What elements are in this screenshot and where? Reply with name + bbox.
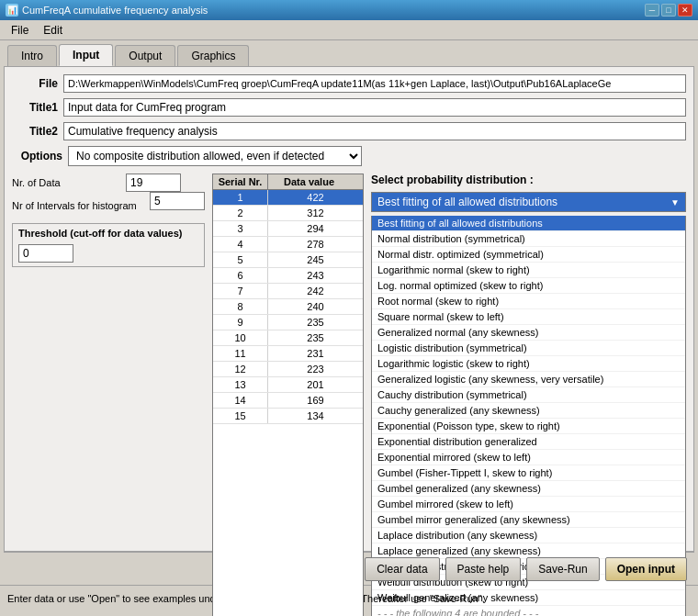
prob-item[interactable]: - - - the following 4 are bounded - - - (372, 606, 685, 616)
open-input-button[interactable]: Open input (605, 557, 687, 581)
menu-file[interactable]: File (4, 22, 36, 39)
nr-of-data-row: Nr. of Data (12, 174, 205, 192)
prob-distribution-label: Select probability distribution : (371, 174, 686, 186)
prob-item[interactable]: Logarithmic logistic (skew to right) (372, 356, 685, 372)
tab-graphics[interactable]: Graphics (177, 45, 249, 66)
file-row: File (12, 74, 686, 93)
table-row[interactable]: 4 278 (213, 237, 363, 252)
cell-value: 294 (268, 221, 363, 236)
cell-value: 134 (268, 409, 363, 423)
table-row[interactable]: 7 242 (213, 284, 363, 299)
prob-item[interactable]: Logistic distribution (symmetrical) (372, 341, 685, 356)
table-row[interactable]: 6 243 (213, 268, 363, 284)
data-rows[interactable]: 1 422 2 312 3 294 4 278 5 245 6 243 7 24… (213, 190, 363, 484)
prob-item[interactable]: Cauchy distribution (symmetrical) (372, 387, 685, 403)
prob-select-header[interactable]: Best fitting of all allowed distribution… (371, 192, 686, 212)
table-row[interactable]: 13 201 (213, 377, 363, 393)
prob-item[interactable]: Normal distribution (symmetrical) (372, 231, 685, 247)
prob-item[interactable]: Gumbel mirrored (skew to left) (372, 497, 685, 512)
cell-serial: 2 (213, 206, 268, 220)
cell-value: 422 (268, 190, 363, 205)
prob-item[interactable]: Generalized normal (any skewness) (372, 325, 685, 341)
file-label: File (12, 77, 58, 90)
cell-serial: 13 (213, 377, 268, 392)
title1-input[interactable] (63, 98, 686, 117)
options-label: Options (12, 150, 62, 162)
cell-value: 169 (268, 393, 363, 408)
nr-of-data-label: Nr. of Data (12, 177, 122, 188)
cell-serial: 11 (213, 346, 268, 361)
prob-item[interactable]: Square normal (skew to left) (372, 309, 685, 325)
table-row[interactable]: 15 134 (213, 409, 363, 424)
table-row[interactable]: 11 231 (213, 346, 363, 362)
table-row[interactable]: 14 169 (213, 393, 363, 409)
window-title: CumFreqA cumulative frequency analysis (22, 5, 208, 16)
cell-serial: 14 (213, 393, 268, 408)
prob-list[interactable]: Best fitting of all allowed distribution… (371, 216, 686, 616)
close-button[interactable]: ✕ (678, 4, 692, 17)
clear-data-button[interactable]: Clear data (365, 557, 439, 581)
paste-help-button[interactable]: Paste help (445, 557, 522, 581)
table-row[interactable]: 1 422 (213, 190, 363, 206)
table-row[interactable]: 12 223 (213, 362, 363, 377)
prob-item[interactable]: Exponential mirrored (skew to left) (372, 450, 685, 465)
cell-serial: 12 (213, 362, 268, 376)
tab-bar: Intro Input Output Graphics (0, 40, 698, 66)
data-table: Serial Nr. Data value 1 422 2 312 3 294 … (212, 174, 364, 616)
table-row[interactable]: 5 245 (213, 252, 363, 268)
menu-bar: File Edit (0, 20, 698, 40)
prob-item[interactable]: Gumbel mirror generalized (any skewness) (372, 512, 685, 528)
cell-value: 245 (268, 252, 363, 267)
menu-edit[interactable]: Edit (36, 22, 70, 39)
tab-input[interactable]: Input (59, 44, 113, 66)
maximize-button[interactable]: □ (661, 4, 676, 17)
title2-row: Title2 (12, 122, 686, 140)
cell-value: 243 (268, 268, 363, 283)
options-row: Options No composite distribution allowe… (12, 146, 686, 166)
prob-item[interactable]: Root normal (skew to right) (372, 294, 685, 309)
table-row[interactable]: 8 240 (213, 299, 363, 315)
title-bar: 📊 CumFreqA cumulative frequency analysis… (0, 0, 698, 20)
cell-serial: 7 (213, 284, 268, 298)
cell-value: 242 (268, 284, 363, 298)
table-row[interactable]: 3 294 (213, 221, 363, 237)
title1-row: Title1 (12, 98, 686, 117)
table-row[interactable]: 2 312 (213, 206, 363, 221)
title2-input[interactable] (63, 122, 686, 140)
prob-dropdown-arrow: ▼ (670, 197, 680, 207)
prob-item[interactable]: Gumbel generalized (any skewness) (372, 481, 685, 497)
cell-serial: 4 (213, 237, 268, 252)
table-header: Serial Nr. Data value (213, 174, 363, 190)
title1-label: Title1 (12, 101, 58, 114)
table-row[interactable]: 10 235 (213, 330, 363, 346)
cell-value: 235 (268, 315, 363, 330)
table-row[interactable]: 9 235 (213, 315, 363, 330)
prob-item[interactable]: Exponential (Poisson type, skew to right… (372, 419, 685, 434)
cell-serial: 1 (213, 190, 268, 205)
tab-intro[interactable]: Intro (7, 45, 57, 66)
minimize-button[interactable]: ─ (645, 4, 659, 17)
threshold-input[interactable] (18, 244, 73, 263)
tab-output[interactable]: Output (115, 45, 175, 66)
threshold-box: Threshold (cut-off for data values) (12, 223, 205, 267)
prob-item[interactable]: Logarithmic normal (skew to right) (372, 263, 685, 278)
threshold-label: Threshold (cut-off for data values) (18, 228, 198, 239)
prob-item[interactable]: Normal distr. optimized (symmetrical) (372, 247, 685, 263)
right-panel: Select probability distribution : Best f… (371, 174, 686, 616)
prob-item[interactable]: Generalized logistic (any skewness, very… (372, 372, 685, 387)
cell-value: 278 (268, 237, 363, 252)
col-data-header: Data value (268, 174, 350, 189)
options-select[interactable]: No composite distribution allowed, even … (68, 146, 362, 166)
prob-item[interactable]: Exponential distribution generalized (372, 434, 685, 450)
prob-item[interactable]: Laplace distribution (any skewness) (372, 528, 685, 543)
save-run-button[interactable]: Save-Run (526, 557, 599, 581)
prob-item[interactable]: Cauchy generalized (any skewness) (372, 403, 685, 419)
prob-item[interactable]: Log. normal optimized (skew to right) (372, 278, 685, 294)
col-serial-header: Serial Nr. (213, 174, 268, 189)
nr-intervals-input[interactable] (150, 192, 205, 210)
prob-item[interactable]: Best fitting of all allowed distribution… (372, 216, 685, 231)
file-input[interactable] (63, 74, 686, 93)
prob-item[interactable]: Gumbel (Fisher-Tippett I, skew to right) (372, 465, 685, 481)
cell-value: 201 (268, 377, 363, 392)
nr-of-data-input[interactable] (126, 174, 181, 192)
